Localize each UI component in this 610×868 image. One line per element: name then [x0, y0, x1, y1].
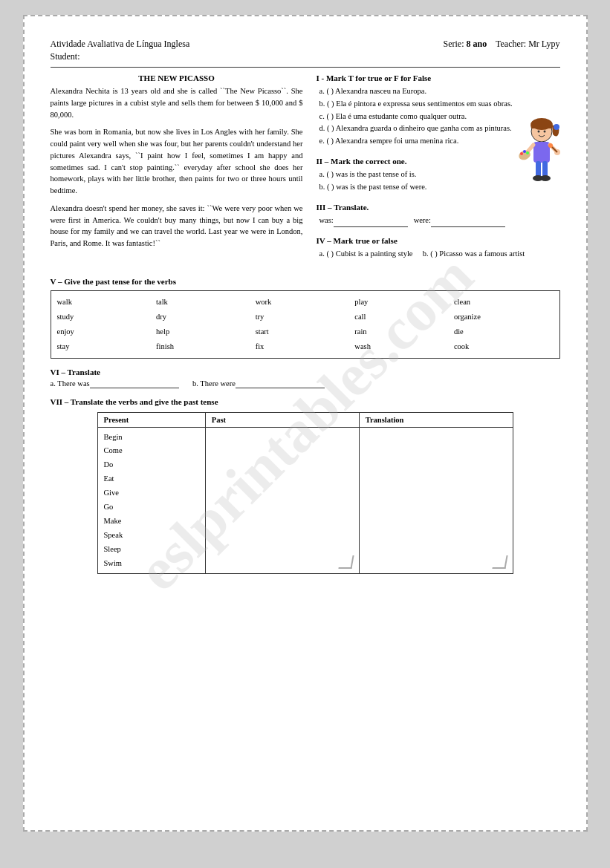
ex4-item-b: b. ( ) Picasso was a famous artist — [423, 249, 525, 258]
right-column: I - Mark T for true or F for False a. ( … — [317, 74, 560, 268]
table-header-row: Present Past Translation — [97, 412, 513, 427]
verb-dry: dry — [156, 310, 256, 324]
verb-speak: Speak — [104, 529, 199, 543]
header-info: Serie: 8 ano Teacher: Mr Lypy — [444, 39, 560, 50]
verb-eat: Eat — [104, 472, 199, 486]
table-data-row: Begin Come Do Eat Give Go Make Speak Sle… — [97, 427, 513, 574]
header-divider — [51, 67, 560, 68]
ex4-title: IV – Mark true or false — [317, 236, 560, 245]
ex7-title: VII – Translate the verbs and give the p… — [51, 397, 560, 406]
svg-rect-9 — [542, 161, 548, 177]
col-present: Present — [97, 412, 205, 427]
svg-point-13 — [520, 152, 523, 155]
verb-play: play — [354, 296, 454, 309]
verb-enjoy: enjoy — [57, 325, 157, 339]
verb-start: start — [256, 325, 355, 339]
verb-finish: finish — [156, 340, 256, 353]
were-blank[interactable] — [431, 215, 505, 228]
ex1-item-b: b. ( ) Ela é pintora e expressa seus sen… — [319, 98, 560, 111]
verb-clean: clean — [454, 296, 554, 309]
cartoon-svg — [501, 118, 560, 200]
verb-come: Come — [104, 444, 199, 458]
cartoon-image — [501, 118, 560, 192]
was-blank[interactable] — [334, 215, 408, 228]
svg-point-18 — [537, 131, 539, 133]
verb-work: work — [256, 296, 355, 309]
there-were-blank[interactable] — [236, 379, 325, 388]
ex4-item-a: a. ( ) Cubist is a painting style — [319, 249, 413, 258]
there-was-blank[interactable] — [90, 379, 179, 388]
paragraph-3: Alexandra doesn't spend her money, she s… — [51, 203, 303, 249]
ex4-items: a. ( ) Cubist is a painting style b. ( )… — [319, 248, 560, 261]
verb-give: Give — [104, 486, 199, 500]
ex6-line: a. There was b. There were — [51, 379, 560, 388]
reading-text: Alexandra Nechita is 13 years old and sh… — [51, 85, 303, 249]
verb-rain: rain — [354, 325, 454, 339]
exercise-3: III – Translate. was: were: — [317, 203, 560, 228]
col-translation: Translation — [359, 412, 513, 427]
verb-go: Go — [104, 500, 199, 515]
verb-begin: Begin — [104, 431, 199, 445]
ex6-title: VI – Translate — [51, 368, 560, 376]
verb-stay: stay — [57, 340, 157, 353]
svg-point-15 — [526, 151, 529, 154]
exercise-5: V – Give the past tense for the verbs wa… — [51, 277, 560, 358]
verb-die: die — [454, 325, 554, 339]
paragraph-2: She was born in Romania, but now she liv… — [51, 126, 303, 197]
verb-cook: cook — [454, 340, 554, 353]
reading-title: THE NEW PICASSO — [51, 74, 303, 82]
verb-make: Make — [104, 515, 199, 529]
translation-blank-cell[interactable] — [359, 427, 513, 574]
verb-help: help — [156, 325, 256, 339]
svg-point-11 — [540, 175, 551, 181]
svg-point-14 — [523, 150, 526, 153]
header-student: Student: — [51, 51, 560, 62]
verb-study: study — [57, 310, 157, 324]
verb-sleep: Sleep — [104, 543, 199, 557]
page: eslprintables.com Atividade Avaliativa d… — [23, 15, 588, 832]
past-tense-table: Present Past Translation Begin Come Do E… — [97, 412, 513, 575]
verb-call: call — [354, 310, 454, 324]
svg-rect-3 — [533, 142, 550, 163]
verb-try: try — [256, 310, 355, 324]
exercise-7: VII – Translate the verbs and give the p… — [51, 397, 560, 575]
ex1-title: I - Mark T for true or F for False — [317, 74, 560, 82]
verb-walk: walk — [57, 296, 157, 309]
svg-point-17 — [548, 143, 553, 148]
ex5-title: V – Give the past tense for the verbs — [51, 277, 560, 286]
exercise-4: IV – Mark true or false a. ( ) Cubist is… — [317, 236, 560, 261]
exercise-6: VI – Translate a. There was b. There wer… — [51, 368, 560, 388]
svg-point-2 — [554, 124, 559, 130]
past-blank-cell[interactable] — [205, 427, 359, 574]
paragraph-1: Alexandra Nechita is 13 years old and sh… — [51, 85, 303, 120]
verb-swim: Swim — [104, 557, 199, 571]
ex3-title: III – Translate. — [317, 203, 560, 212]
col-past: Past — [205, 412, 359, 427]
ex3-content: was: were: — [319, 215, 560, 228]
verb-do: Do — [104, 458, 199, 472]
svg-rect-8 — [536, 161, 541, 177]
ex1-item-a: a. ( ) Alexandra nasceu na Europa. — [319, 85, 560, 98]
verb-fix: fix — [256, 340, 355, 353]
verb-organize: organize — [454, 310, 554, 324]
main-content: THE NEW PICASSO Alexandra Nechita is 13 … — [51, 74, 560, 268]
left-column: THE NEW PICASSO Alexandra Nechita is 13 … — [51, 74, 303, 268]
verb-grid: walk talk work play clean study dry try … — [57, 296, 554, 353]
present-verbs-cell: Begin Come Do Eat Give Go Make Speak Sle… — [97, 427, 205, 574]
verb-table: walk talk work play clean study dry try … — [51, 290, 560, 358]
svg-point-19 — [543, 131, 545, 133]
verb-talk: talk — [156, 296, 256, 309]
verb-wash: wash — [354, 340, 454, 353]
